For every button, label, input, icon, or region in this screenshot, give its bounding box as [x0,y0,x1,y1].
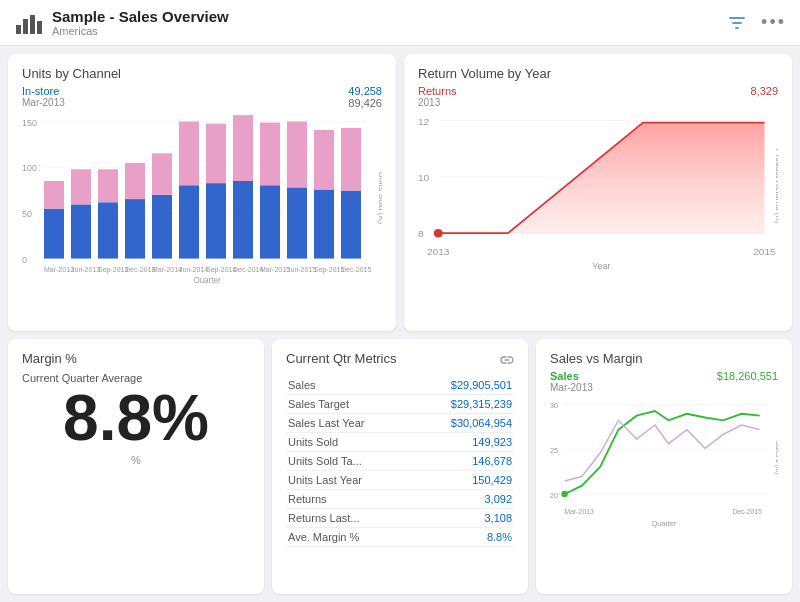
units-date: Mar-2013 [22,97,65,108]
svg-text:10: 10 [418,172,430,183]
svg-rect-20 [125,163,145,199]
svg-rect-19 [125,199,145,259]
svg-rect-26 [206,124,226,184]
units-channel-label: In-store [22,85,65,97]
svg-text:2013: 2013 [427,247,450,258]
margin-card: Margin % Current Quarter Average 8.8% % [8,339,264,595]
svg-rect-35 [341,191,361,259]
svg-text:Product Returns (K): Product Returns (K) [774,149,778,224]
svg-text:150: 150 [22,118,37,128]
metrics-row: Units Sold149,923 [286,432,514,451]
metrics-title: Current Qtr Metrics [286,351,397,366]
metrics-row: Units Sold Ta...146,678 [286,451,514,470]
svg-rect-25 [206,183,226,258]
svg-rect-1 [23,19,28,34]
page-subtitle: Americas [52,25,229,37]
svg-text:Sep-2015: Sep-2015 [314,265,344,274]
svg-text:Mar-2014: Mar-2014 [152,265,182,274]
svg-point-68 [561,490,567,497]
more-icon[interactable]: ••• [761,12,786,33]
units-by-channel-card: Units by Channel In-store Mar-2013 49,25… [8,54,396,331]
sales-margin-title: Sales vs Margin [550,351,778,366]
metric-value: $30,064,954 [411,413,514,432]
svg-rect-33 [314,190,334,259]
metric-label: Returns [286,489,411,508]
svg-rect-28 [233,115,253,181]
svg-text:30: 30 [550,401,558,410]
bar-chart-icon [14,9,42,37]
metric-value: 8.8% [411,527,514,546]
filter-icon[interactable] [727,13,747,33]
svg-text:25: 25 [550,445,558,454]
metric-label: Sales Last Year [286,413,411,432]
svg-text:0: 0 [22,255,27,265]
svg-rect-14 [44,181,64,209]
svg-text:Jun-2013: Jun-2013 [71,265,100,274]
units-value-blue: 49,258 [348,85,382,97]
metric-label: Returns Last... [286,508,411,527]
return-value: 8,329 [750,85,778,108]
svg-rect-36 [341,128,361,191]
svg-text:20: 20 [550,490,558,499]
svg-text:Jun-2015: Jun-2015 [287,265,316,274]
units-chart-title: Units by Channel [22,66,382,81]
return-legend: Returns 2013 8,329 [418,85,778,108]
svg-rect-13 [44,209,64,259]
app-header: Sample - Sales Overview Americas ••• [0,0,800,46]
units-bar-chart: 150 100 50 0 Units Sold (K) [22,113,382,283]
svg-rect-24 [179,122,199,186]
metric-label: Ave. Margin % [286,527,411,546]
svg-rect-31 [287,187,307,258]
metrics-card: Current Qtr Metrics Sales$29,905,501Sale… [272,339,528,595]
metrics-row: Units Last Year150,429 [286,470,514,489]
svg-rect-27 [233,181,253,259]
margin-footer: % [22,454,250,466]
bottom-row: Margin % Current Quarter Average 8.8% % … [8,339,792,595]
svg-text:Year: Year [592,261,610,271]
svg-rect-17 [98,202,118,258]
margin-title: Margin % [22,351,250,366]
svg-rect-34 [314,130,334,190]
svg-text:Sep-2013: Sep-2013 [98,265,128,274]
svg-text:Dec-2015: Dec-2015 [732,507,762,514]
return-label: Returns [418,85,457,97]
svg-text:50: 50 [22,209,32,219]
link-icon[interactable] [500,353,514,367]
svg-text:Mar-2015: Mar-2015 [260,265,290,274]
svg-text:Quarter: Quarter [652,518,677,527]
metrics-row: Sales$29,905,501 [286,376,514,395]
metric-value: 149,923 [411,432,514,451]
svg-text:Sep-2014: Sep-2014 [206,265,236,274]
units-value-gray: 89,426 [348,97,382,109]
metrics-row: Sales Target$29,315,239 [286,394,514,413]
units-legend: In-store Mar-2013 49,258 89,426 [22,85,382,109]
metrics-table: Sales$29,905,501Sales Target$29,315,239S… [286,376,514,547]
svg-rect-23 [179,185,199,258]
svg-rect-15 [71,204,91,258]
metrics-row: Ave. Margin %8.8% [286,527,514,546]
svg-text:Sales $ (M): Sales $ (M) [774,441,778,474]
metrics-row: Returns Last...3,108 [286,508,514,527]
return-area-chart: 12 10 8 Product Returns (K) [418,112,778,282]
svg-point-57 [434,229,443,238]
metrics-header: Current Qtr Metrics [286,351,514,370]
metric-value: 146,678 [411,451,514,470]
header-left: Sample - Sales Overview Americas [14,8,229,37]
svg-text:Mar-2013: Mar-2013 [44,265,74,274]
return-volume-card: Return Volume by Year Returns 2013 8,329… [404,54,792,331]
metric-label: Units Last Year [286,470,411,489]
sales-vs-margin-card: Sales vs Margin Sales Mar-2013 $18,260,5… [536,339,792,595]
return-date: 2013 [418,97,457,108]
metric-label: Sales [286,376,411,395]
svg-text:100: 100 [22,163,37,173]
svg-rect-3 [37,21,42,34]
svg-text:Dec-2014: Dec-2014 [233,265,263,274]
svg-text:8: 8 [418,229,424,240]
metric-label: Units Sold [286,432,411,451]
svg-rect-18 [98,169,118,202]
svg-text:12: 12 [418,116,429,127]
metric-value: 150,429 [411,470,514,489]
margin-value: 8.8% [22,386,250,450]
sales-line-chart: 30 25 20 Sales $ (M) Mar-201 [550,397,778,537]
svg-rect-22 [152,153,172,194]
